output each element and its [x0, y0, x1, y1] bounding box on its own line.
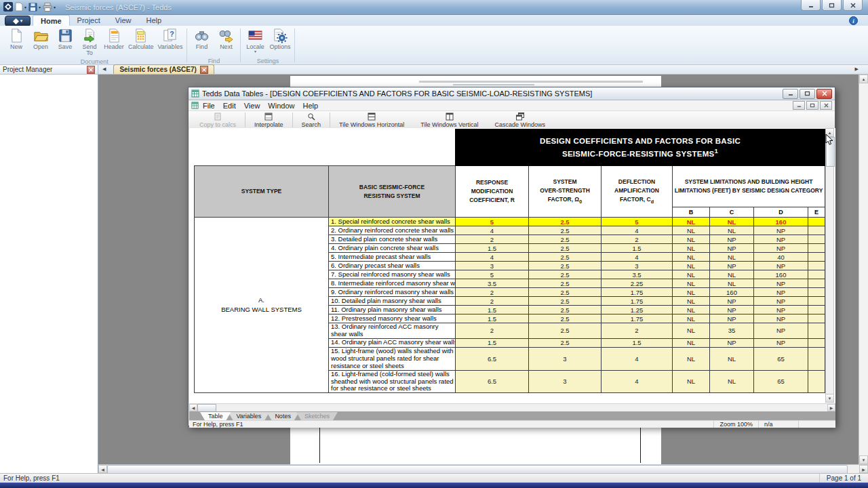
document-vertical-scrollbar[interactable]: ▲ ▼ [859, 75, 868, 464]
value-cell-d[interactable]: NP [754, 338, 808, 347]
system-name-cell[interactable]: 5. Intermediate precast shear walls [329, 253, 456, 262]
value-cell-c[interactable]: NP [710, 235, 754, 244]
tab-scroll-right-icon[interactable]: ▶ [855, 66, 859, 72]
value-cell-r[interactable]: 4 [456, 253, 529, 262]
scroll-left-icon[interactable]: ◀ [189, 404, 197, 411]
value-cell-e[interactable] [808, 314, 825, 323]
system-name-cell[interactable]: 13. Ordinary reinforced ACC masonry shea… [329, 323, 456, 339]
value-cell-cd[interactable]: 4 [601, 253, 673, 262]
system-name-cell[interactable]: 2. Ordinary reinforced concrete shear wa… [329, 226, 456, 235]
value-cell-c[interactable]: 35 [710, 323, 754, 339]
quick-print-icon[interactable] [43, 3, 52, 12]
document-horizontal-scrollbar[interactable]: ◀ ▶ [98, 464, 868, 473]
locale-button[interactable]: Locale ▾ [243, 27, 267, 57]
value-cell-d[interactable]: NP [754, 323, 808, 339]
value-cell-c[interactable]: NL [710, 279, 754, 288]
quick-access-dropdown-icon[interactable]: ▾ [54, 5, 56, 9]
options-button[interactable]: Options [267, 27, 292, 57]
value-cell-b[interactable]: NL [673, 323, 710, 339]
value-cell-b[interactable]: NL [673, 218, 710, 226]
table-horizontal-scrollbar[interactable]: ◀ ▶ [189, 403, 835, 411]
value-cell-d[interactable]: 65 [754, 347, 808, 370]
value-cell-c[interactable]: NP [710, 262, 754, 270]
tab-notes[interactable]: Notes [267, 412, 299, 420]
value-cell-e[interactable] [808, 323, 825, 339]
value-cell-r[interactable]: 2 [456, 297, 529, 306]
system-name-cell[interactable]: 8. Intermediate reinforced masonry shear… [329, 279, 456, 288]
menu-file[interactable]: File [199, 102, 219, 110]
menu-window[interactable]: Window [264, 102, 298, 110]
system-name-cell[interactable]: 9. Ordinary reinforced masonry shear wal… [329, 288, 456, 297]
value-cell-omega[interactable]: 2.5 [529, 253, 601, 262]
child-window-icon[interactable] [191, 102, 199, 109]
tab-variables[interactable]: Variables [229, 412, 270, 420]
value-cell-r[interactable]: 6.5 [456, 370, 529, 393]
tab-view[interactable]: View [108, 15, 139, 26]
value-cell-b[interactable]: NL [673, 270, 710, 279]
value-cell-cd[interactable]: 4 [601, 226, 673, 235]
value-cell-b[interactable]: NL [673, 306, 710, 314]
tab-help[interactable]: Help [138, 15, 169, 26]
value-cell-cd[interactable]: 1.75 [601, 288, 673, 297]
value-cell-d[interactable]: NP [754, 226, 808, 235]
app-logo-icon[interactable] [3, 2, 13, 12]
dialog-titlebar[interactable]: Tedds Data Tables - [DESIGN COEFFICIENTS… [189, 87, 835, 100]
value-cell-cd[interactable]: 4 [601, 370, 673, 393]
value-cell-d[interactable]: NP [754, 279, 808, 288]
value-cell-d[interactable]: 160 [754, 270, 808, 279]
value-cell-b[interactable]: NL [673, 370, 710, 393]
value-cell-e[interactable] [808, 218, 825, 226]
value-cell-d[interactable]: NP [754, 235, 808, 244]
help-info-icon[interactable]: i [849, 16, 858, 25]
value-cell-b[interactable]: NL [673, 288, 710, 297]
system-name-cell[interactable]: 6. Ordinary precast shear walls [329, 262, 456, 270]
value-cell-c[interactable]: NP [710, 244, 754, 253]
value-cell-omega[interactable]: 2.5 [529, 297, 601, 306]
value-cell-d[interactable]: NP [754, 306, 808, 314]
dialog-restore-button[interactable] [800, 89, 815, 99]
value-cell-cd[interactable]: 2 [601, 235, 673, 244]
value-cell-cd[interactable]: 4 [601, 347, 673, 370]
system-name-cell[interactable]: 15. Light-frame (wood) walls sheathed wi… [329, 347, 456, 370]
quick-new-dropdown-icon[interactable]: ▾ [24, 5, 26, 9]
system-name-cell[interactable]: 12. Prestressed masonry shear walls [329, 314, 456, 323]
interpolate-button[interactable]: Interpolate [246, 111, 292, 129]
value-cell-c[interactable]: NL [710, 270, 754, 279]
scroll-down-icon[interactable]: ▼ [826, 394, 833, 402]
value-cell-e[interactable] [808, 288, 825, 297]
value-cell-c[interactable]: NP [710, 338, 754, 347]
value-cell-cd[interactable]: 1.25 [601, 306, 673, 314]
child-minimize-button[interactable] [793, 101, 805, 110]
value-cell-r[interactable]: 1.5 [456, 244, 529, 253]
value-cell-r[interactable]: 3 [456, 262, 529, 270]
value-cell-b[interactable]: NL [673, 235, 710, 244]
find-button[interactable]: Find [189, 27, 214, 57]
value-cell-c[interactable]: NL [710, 226, 754, 235]
value-cell-r[interactable]: 3.5 [456, 279, 529, 288]
value-cell-omega[interactable]: 2.5 [529, 262, 601, 270]
project-manager-close-icon[interactable] [87, 66, 95, 74]
value-cell-e[interactable] [808, 347, 825, 370]
value-cell-r[interactable]: 1.5 [456, 306, 529, 314]
value-cell-d[interactable]: 160 [754, 218, 808, 226]
value-cell-b[interactable]: NL [673, 244, 710, 253]
scroll-right-icon[interactable]: ▶ [827, 404, 835, 411]
application-menu-button[interactable]: ▾ [5, 16, 31, 26]
minimize-button[interactable] [801, 0, 821, 11]
value-cell-c[interactable]: NP [710, 314, 754, 323]
value-cell-c[interactable]: NL [710, 253, 754, 262]
menu-help[interactable]: Help [298, 102, 322, 110]
value-cell-r[interactable]: 5 [456, 270, 529, 279]
variables-button[interactable]: ? Variables [156, 27, 185, 58]
tab-sketches[interactable]: Sketches [296, 412, 338, 420]
restore-button[interactable] [822, 0, 842, 11]
value-cell-e[interactable] [808, 270, 825, 279]
close-button[interactable] [843, 0, 863, 11]
tab-home[interactable]: Home [33, 15, 70, 26]
value-cell-c[interactable]: NP [710, 297, 754, 306]
tile-horizontal-button[interactable]: Tile Windows Horizontal [331, 111, 412, 129]
open-button[interactable]: Open [28, 27, 53, 58]
value-cell-b[interactable]: NL [673, 226, 710, 235]
scroll-left-icon[interactable]: ◀ [98, 465, 107, 473]
cascade-windows-button[interactable]: Cascade Windows [487, 111, 554, 129]
